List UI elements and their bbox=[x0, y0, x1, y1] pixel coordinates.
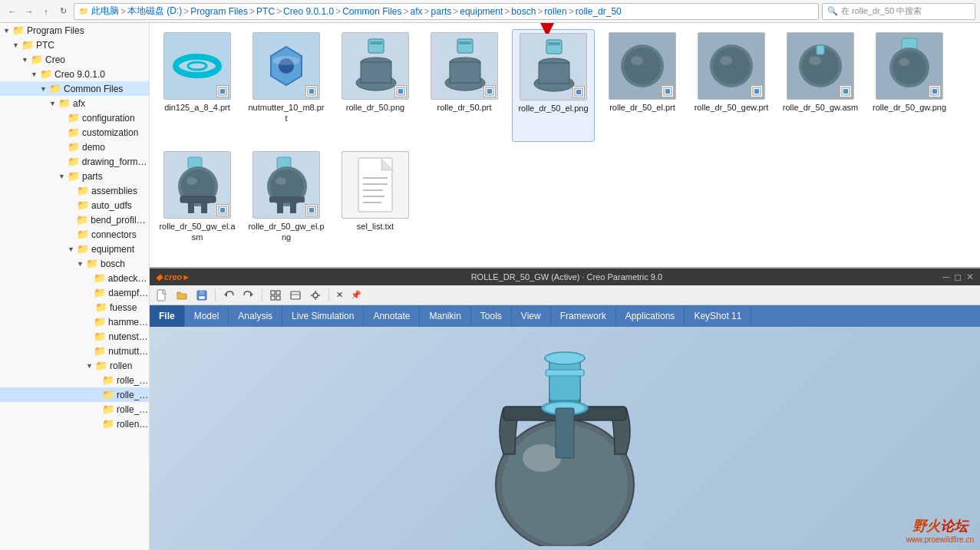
sidebar-item-rollen[interactable]: ▼ 📁 rollen bbox=[0, 358, 149, 373]
breadcrumb-bosch[interactable]: bosch bbox=[511, 6, 536, 17]
file-badge-rolle-dr-50-prt bbox=[483, 85, 496, 97]
sidebar-item-assemblies[interactable]: ▶ 📁 assemblies bbox=[0, 183, 149, 198]
sidebar-item-auto-udfs[interactable]: ▶ 📁 auto_udfs bbox=[0, 198, 149, 212]
close-button[interactable]: ✕ bbox=[966, 272, 974, 282]
breadcrumb-equipment[interactable]: equipment bbox=[460, 6, 503, 17]
file-item-rolle-dr-50-png[interactable]: rolle_dr_50.png bbox=[334, 29, 417, 142]
breadcrumb-creo[interactable]: Creo 9.0.1.0 bbox=[283, 6, 334, 17]
file-item-rolle-dr-50-prt[interactable]: rolle_dr_50.prt bbox=[423, 29, 506, 142]
file-label-rolle-dr-50-gw-png: rolle_dr_50_gw.png bbox=[873, 102, 946, 113]
ribbon-tab-file[interactable]: File bbox=[150, 305, 185, 327]
file-item-nutmutter[interactable]: nutmutter_10_m8.prt bbox=[245, 29, 328, 142]
sidebar-item-customization[interactable]: ▶ 📁 customization bbox=[0, 125, 149, 140]
ribbon-tab-keyshot[interactable]: KeyShot 11 bbox=[685, 305, 751, 327]
sidebar-item-daempfun[interactable]: ▶ 📁 daempfun... bbox=[0, 285, 149, 300]
ribbon-tab-framework[interactable]: Framework bbox=[551, 305, 616, 327]
file-item-rolle-dr-50-el-png[interactable]: rolle_dr_50_el.png bbox=[512, 29, 595, 142]
refresh-button[interactable]: ↻ bbox=[55, 4, 71, 19]
sidebar-item-rolle-m12[interactable]: ▶ 📁 rolle_m12... bbox=[0, 402, 149, 417]
sidebar-item-drawing-format[interactable]: ▶ 📁 drawing_forma... bbox=[0, 154, 149, 169]
breadcrumb-this-pc[interactable]: 此电脑 bbox=[91, 5, 119, 18]
back-button[interactable]: ← bbox=[5, 4, 20, 19]
display-options-button[interactable] bbox=[286, 288, 305, 303]
settings-button[interactable] bbox=[306, 288, 325, 303]
file-item-rolle-dr-50-gw-el-png[interactable]: rolle_dr_50_gw_el.png bbox=[245, 148, 328, 261]
sidebar-item-hammersc[interactable]: ▶ 📁 hammersc... bbox=[0, 315, 149, 329]
breadcrumb-afx[interactable]: afx bbox=[411, 6, 423, 17]
breadcrumb-ptc[interactable]: PTC bbox=[256, 6, 275, 17]
save-file-button[interactable] bbox=[193, 288, 211, 303]
sidebar-item-parts[interactable]: ▼ 📁 parts bbox=[0, 169, 149, 183]
sidebar-item-rollenbahn[interactable]: ▶ 📁 rollenbahn... bbox=[0, 417, 149, 431]
file-item-sel-list[interactable]: sel_list.txt bbox=[334, 148, 417, 261]
sidebar-item-common-files[interactable]: ▼ 📁 Common Files bbox=[0, 81, 149, 96]
sidebar-item-rolle-4-lo[interactable]: ▶ 📁 rolle_4-lo... bbox=[0, 373, 149, 387]
svg-rect-20 bbox=[450, 62, 480, 83]
sidebar-item-bend-profiles[interactable]: ▶ 📁 bend_profiles... bbox=[0, 212, 149, 227]
ribbon-tab-view[interactable]: View bbox=[512, 305, 551, 327]
sidebar-item-bosch[interactable]: ▼ 📁 bosch bbox=[0, 256, 149, 271]
sidebar-item-demo[interactable]: ▶ 📁 demo bbox=[0, 140, 149, 154]
creo-panel: ◆ creo► ROLLE_DR_50_GW (Active) · Creo P… bbox=[150, 268, 980, 550]
pin-toolbar-button[interactable]: 📌 bbox=[348, 288, 365, 303]
breadcrumb-program-files[interactable]: Program Files bbox=[190, 6, 248, 17]
maximize-button[interactable]: ◻ bbox=[954, 272, 962, 282]
breadcrumb-common-files[interactable]: Common Files bbox=[342, 6, 401, 17]
sidebar-label-ptc: PTC bbox=[36, 40, 54, 51]
redo-button[interactable] bbox=[239, 288, 258, 303]
ribbon-tab-annotate[interactable]: Annotate bbox=[364, 305, 420, 327]
file-item-rolle-dr-50-gw-asm[interactable]: rolle_dr_50_gw.asm bbox=[779, 29, 862, 142]
file-item-din125[interactable]: din125_a_8_4.prt bbox=[156, 29, 239, 142]
sidebar-item-creo-version[interactable]: ▼ 📁 Creo 9.0.1.0 bbox=[0, 67, 149, 81]
breadcrumb-parts[interactable]: parts bbox=[431, 6, 452, 17]
sidebar-item-fuesse[interactable]: ▶ 📁 fuesse bbox=[0, 300, 149, 315]
file-item-rolle-dr-50-gw-el-asm[interactable]: rolle_dr_50_gw_el.asm bbox=[156, 148, 239, 261]
sidebar-item-connectors[interactable]: ▶ 📁 connectors bbox=[0, 227, 149, 242]
file-label-rolle-dr-50-gew-prt: rolle_dr_50_gew.prt bbox=[695, 102, 769, 113]
sidebar-item-abdeckkap[interactable]: ▶ 📁 abdeckkap... bbox=[0, 271, 149, 285]
breadcrumb-bar[interactable]: 📁 此电脑 > 本地磁盘 (D:) > Program Files > PTC … bbox=[74, 3, 819, 20]
breadcrumb-rolle-dr-50[interactable]: rolle_dr_50 bbox=[576, 6, 622, 17]
file-label-nutmutter: nutmutter_10_m8.prt bbox=[248, 102, 325, 124]
ribbon-tab-tools[interactable]: Tools bbox=[471, 305, 512, 327]
folder-icon-common-files: 📁 bbox=[49, 83, 61, 94]
svg-rect-27 bbox=[539, 63, 569, 84]
sidebar-item-nutensteir[interactable]: ▶ 📁 nutensteir... bbox=[0, 329, 149, 344]
new-file-button[interactable] bbox=[153, 288, 171, 303]
breadcrumb-drive[interactable]: 本地磁盘 (D:) bbox=[127, 5, 182, 18]
file-label-sel-list: sel_list.txt bbox=[357, 221, 394, 232]
folder-icon-afx: 📁 bbox=[58, 97, 71, 109]
file-thumb-rolle-dr-50-png bbox=[342, 32, 409, 100]
search-placeholder: 在 rolle_dr_50 中搜索 bbox=[841, 5, 922, 17]
expand-arrow-creo: ▼ bbox=[21, 56, 29, 64]
sidebar-item-afx[interactable]: ▼ 📁 afx bbox=[0, 96, 149, 110]
up-button[interactable]: ↑ bbox=[38, 4, 54, 19]
forward-button[interactable]: → bbox=[21, 4, 37, 19]
file-item-rolle-dr-50-gw-png[interactable]: rolle_dr_50_gw.png bbox=[868, 29, 951, 142]
file-item-rolle-dr-50-gew-prt[interactable]: rolle_dr_50_gew.prt bbox=[690, 29, 773, 142]
breadcrumb-sep-7: > bbox=[424, 6, 430, 17]
ribbon-tab-applications[interactable]: Applications bbox=[616, 305, 685, 327]
sidebar-item-nutmutterr[interactable]: ▶ 📁 nutmutterr... bbox=[0, 344, 149, 358]
sidebar-item-ptc[interactable]: ▼ 📁 PTC bbox=[0, 38, 149, 52]
ribbon-tab-analysis[interactable]: Analysis bbox=[229, 305, 282, 327]
sidebar-item-configuration[interactable]: ▶ 📁 configuration bbox=[0, 110, 149, 125]
ribbon-tab-model[interactable]: Model bbox=[185, 305, 229, 327]
sidebar-item-rolle-dr-50[interactable]: ▶ 📁 rolle_dr_5... bbox=[0, 387, 149, 402]
sidebar-item-creo[interactable]: ▼ 📁 Creo bbox=[0, 52, 149, 67]
sidebar-item-program-files[interactable]: ▼ 📁 Program Files bbox=[0, 23, 149, 38]
viewport[interactable]: 野火论坛 www.proewildfire.cn bbox=[150, 327, 980, 550]
folder-icon-program-files: 📁 bbox=[12, 25, 25, 36]
ribbon-tab-live-simulation[interactable]: Live Simulation bbox=[282, 305, 364, 327]
breadcrumb-rollen[interactable]: rollen bbox=[544, 6, 566, 17]
file-item-rolle-dr-50-el-prt[interactable]: rolle_dr_50_el.prt bbox=[601, 29, 684, 142]
view-options-button[interactable] bbox=[266, 288, 285, 303]
close-toolbar-button[interactable]: ✕ bbox=[333, 288, 346, 303]
minimize-button[interactable]: ─ bbox=[942, 272, 949, 282]
open-file-button[interactable] bbox=[173, 288, 191, 303]
sidebar-item-equipment[interactable]: ▼ 📁 equipment bbox=[0, 242, 149, 256]
search-bar[interactable]: 🔍 在 rolle_dr_50 中搜索 bbox=[822, 3, 975, 20]
undo-button[interactable] bbox=[219, 288, 238, 303]
ribbon-tab-manikin[interactable]: Manikin bbox=[420, 305, 470, 327]
svg-rect-29 bbox=[576, 90, 581, 94]
